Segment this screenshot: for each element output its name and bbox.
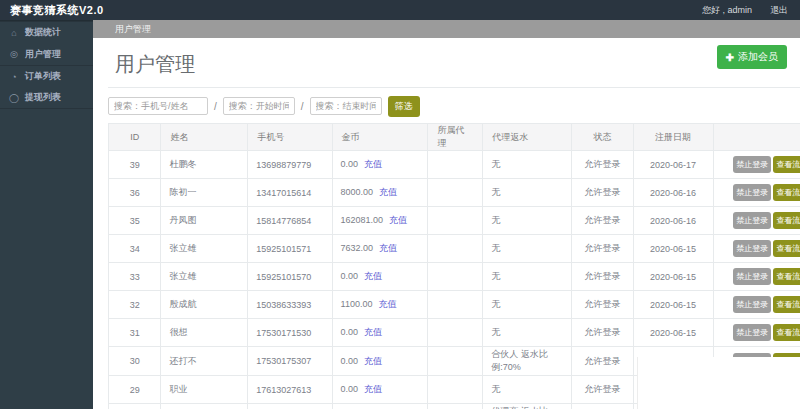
recharge-link[interactable]: 充值 (379, 243, 397, 253)
cell-name: 很想 (161, 319, 248, 347)
recharge-link[interactable]: 充值 (364, 356, 382, 366)
cell-agent (428, 179, 483, 207)
cell-rebate: 无 (483, 291, 572, 319)
table-row: 32殷成航150386333931100.00充值无允许登录2020-06-15… (109, 291, 800, 319)
cell-rebate: 无 (483, 235, 572, 263)
recharge-link[interactable]: 充值 (379, 187, 397, 197)
empty-popup-overlay (637, 357, 800, 409)
cell-gold: 0.00充值 (332, 347, 428, 376)
gold-value: 162081.00 (341, 215, 384, 225)
cell-rebate: 无 (483, 319, 572, 347)
cell-name: 职业 (161, 376, 248, 404)
cell-actions: 禁止登录查看流水修改密码编辑删除站内消息发送 (713, 235, 800, 263)
circle-icon: ◯ (9, 93, 19, 103)
cell-rebate: 无 (483, 376, 572, 404)
cell-actions: 禁止登录查看流水修改密码编辑删除站内消息发送 (713, 207, 800, 235)
action-button-禁止登录[interactable]: 禁止登录 (733, 240, 771, 257)
recharge-link[interactable]: 充值 (364, 159, 382, 169)
cell-rebate: 无 (483, 207, 572, 235)
column-header: 姓名 (161, 124, 248, 151)
column-header: 代理返水 (483, 124, 572, 151)
recharge-link[interactable]: 充值 (364, 384, 382, 394)
cell-id: 39 (109, 151, 161, 179)
cell-date: 2020-06-16 (633, 179, 713, 207)
column-header: 状态 (572, 124, 634, 151)
cell-agent (428, 151, 483, 179)
column-header: 所属代理 (428, 124, 483, 151)
table-row: 33张立雄159251015700.00充值无允许登录2020-06-15禁止登… (109, 263, 800, 291)
cell-rebate: 代理商 返水比例:73% (483, 404, 572, 409)
recharge-link[interactable]: 充值 (364, 271, 382, 281)
main-content: 用户管理 ✚ 添加会员 / / 筛选 ID姓名手机号金币所属代理代理返水状态注册… (93, 38, 800, 409)
search-phone-name-input[interactable] (108, 97, 208, 115)
sidebar-item-订单列表[interactable]: ◔订单列表 (0, 65, 93, 87)
cell-phone: 15038633393 (248, 291, 332, 319)
cell-id: 32 (109, 291, 161, 319)
breadcrumb: 用户管理 (93, 23, 151, 36)
action-button-禁止登录[interactable]: 禁止登录 (733, 296, 771, 313)
title-divider (108, 87, 800, 88)
add-member-label: 添加会员 (738, 50, 778, 64)
gold-value: 0.00 (341, 327, 359, 337)
user-greeting: 您好 , admin (702, 4, 752, 17)
gold-value: 0.00 (341, 384, 359, 394)
cell-date: 2020-06-17 (633, 151, 713, 179)
cell-rebate: 无 (483, 179, 572, 207)
action-button-禁止登录[interactable]: 禁止登录 (733, 184, 771, 201)
add-member-button[interactable]: ✚ 添加会员 (717, 45, 787, 69)
action-button-查看流水[interactable]: 查看流水 (773, 296, 800, 313)
action-button-查看流水[interactable]: 查看流水 (773, 324, 800, 341)
gold-value: 0.00 (341, 356, 359, 366)
sidebar-item-label: 订单列表 (25, 70, 61, 83)
sidebar-item-数据统计[interactable]: ⌂数据统计 (0, 21, 93, 43)
cell-status: 允许登录 (572, 376, 634, 404)
action-button-查看流水[interactable]: 查看流水 (773, 240, 800, 257)
cell-status: 允许登录 (572, 235, 634, 263)
column-header: 注册日期 (633, 124, 713, 151)
recharge-link[interactable]: 充值 (389, 215, 407, 225)
cell-gold: 0.00充值 (332, 376, 428, 404)
cell-status: 允许登录 (572, 291, 634, 319)
table-row: 34张立雄159251015717632.00充值无允许登录2020-06-15… (109, 235, 800, 263)
cell-phone: 13698879779 (248, 151, 332, 179)
cell-id: 33 (109, 263, 161, 291)
cell-rebate: 无 (483, 151, 572, 179)
action-button-查看流水[interactable]: 查看流水 (773, 212, 800, 229)
logout-link[interactable]: 退出 (770, 4, 788, 17)
table-row: 31很想175301715300.00充值无允许登录2020-06-15禁止登录… (109, 319, 800, 347)
sidebar-item-提现列表[interactable]: ◯提现列表 (0, 87, 93, 109)
sidebar-item-用户管理[interactable]: ◎用户管理 (0, 43, 93, 65)
cell-id: 35 (109, 207, 161, 235)
action-button-查看流水[interactable]: 查看流水 (773, 156, 800, 173)
cell-date: 2020-06-15 (633, 235, 713, 263)
sidebar-item-label: 用户管理 (25, 48, 61, 61)
cell-name: 张立雄 (161, 235, 248, 263)
recharge-link[interactable]: 充值 (378, 299, 396, 309)
action-button-禁止登录[interactable]: 禁止登录 (733, 156, 771, 173)
cell-gold: 7632.00充值 (332, 235, 428, 263)
cell-name: 还打不 (161, 347, 248, 376)
action-button-查看流水[interactable]: 查看流水 (773, 184, 800, 201)
cell-status: 允许登录 (572, 404, 634, 409)
action-button-禁止登录[interactable]: 禁止登录 (733, 212, 771, 229)
cell-gold: 0.00充值 (332, 319, 428, 347)
cell-phone: 17530175307 (248, 347, 332, 376)
action-button-禁止登录[interactable]: 禁止登录 (733, 268, 771, 285)
user-icon: ◎ (9, 49, 19, 59)
action-button-禁止登录[interactable]: 禁止登录 (733, 324, 771, 341)
search-start-time-input[interactable] (223, 97, 295, 115)
search-end-time-input[interactable] (310, 97, 382, 115)
separator: / (301, 101, 304, 112)
recharge-link[interactable]: 充值 (364, 327, 382, 337)
cell-status: 允许登录 (572, 179, 634, 207)
column-header: 手机号 (248, 124, 332, 151)
gold-value: 0.00 (341, 159, 359, 169)
cell-date: 2020-06-15 (633, 263, 713, 291)
cell-phone: 13417015614 (248, 179, 332, 207)
gold-value: 7632.00 (341, 243, 374, 253)
cell-gold: 0.00充值 (332, 151, 428, 179)
cell-id: 36 (109, 179, 161, 207)
filter-button[interactable]: 筛选 (388, 96, 420, 117)
action-button-查看流水[interactable]: 查看流水 (773, 268, 800, 285)
cell-agent (428, 404, 483, 409)
